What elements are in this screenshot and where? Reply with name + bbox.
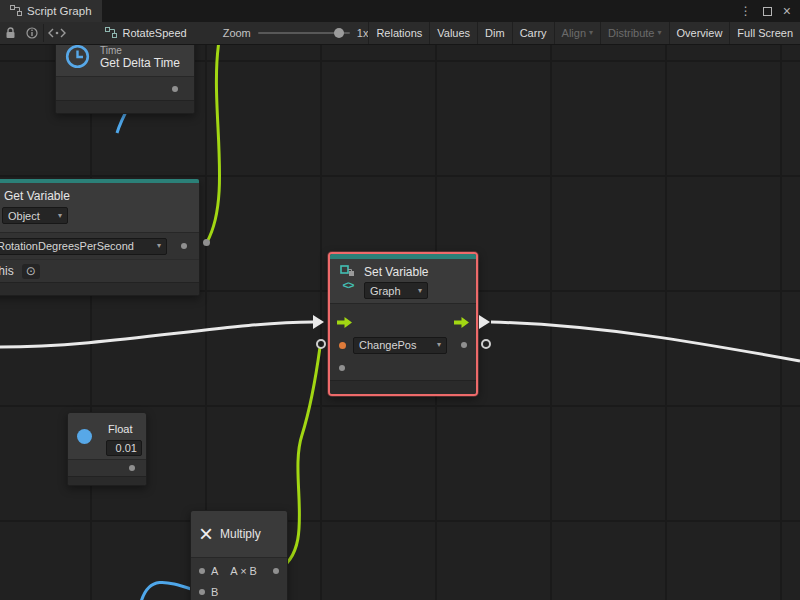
node-title: Multiply	[220, 527, 261, 541]
flow-input-arrow-icon[interactable]	[337, 317, 352, 328]
tab-label: Script Graph	[27, 5, 92, 17]
node-subtitle: Time	[100, 45, 180, 56]
result-label: A × B	[230, 565, 257, 577]
graph-toolbar: RotateSpeed Zoom 1x Relations Values Dim…	[0, 22, 800, 45]
info-icon[interactable]	[21, 22, 42, 44]
node-title: Get Delta Time	[100, 56, 180, 70]
caret-down-icon: ▾	[58, 212, 62, 220]
variable-name-dropdown[interactable]: ChangePos▾	[353, 337, 447, 354]
multiply-icon: ×	[199, 522, 213, 546]
maximize-icon[interactable]	[763, 7, 772, 16]
float-type-icon	[77, 429, 92, 444]
node-header: <> Set Variable Graph▾	[330, 259, 476, 303]
variable-scope-dropdown[interactable]: Graph▾	[364, 282, 428, 299]
zoom-label: Zoom	[223, 27, 251, 39]
value-input-port[interactable]	[339, 342, 346, 349]
dim-button[interactable]: Dim	[477, 22, 512, 44]
target-picker-icon[interactable]: ⊙	[22, 264, 40, 279]
tab-bar: Script Graph ⋮ ×	[0, 0, 800, 22]
node-footer	[330, 380, 476, 394]
variable-name-row: RotationDegreesPerSecond▾	[0, 232, 199, 259]
setvariable-right-outer-port[interactable]	[481, 339, 491, 349]
graph-canvas[interactable]: Time Get Delta Time Get Variable Object▾…	[0, 45, 800, 600]
fullscreen-button[interactable]: Full Screen	[729, 22, 800, 44]
node-footer	[0, 282, 199, 295]
node-header: × Multiply	[191, 511, 287, 557]
close-icon[interactable]: ×	[783, 4, 791, 18]
input-b-port[interactable]	[199, 589, 205, 595]
caret-down-icon: ▾	[437, 341, 441, 349]
node-multiply[interactable]: × Multiply A A × B B	[190, 510, 288, 600]
code-ports-icon[interactable]	[44, 22, 72, 44]
distribute-button: Distribute▾	[600, 22, 668, 44]
values-button[interactable]: Values	[429, 22, 477, 44]
zoom-control: Zoom 1x	[223, 22, 369, 44]
input-b-label: B	[211, 586, 218, 598]
zoom-value: 1x	[357, 27, 369, 39]
input-a-port[interactable]	[199, 568, 205, 574]
window-controls: ⋮ ×	[740, 0, 800, 22]
output-port[interactable]	[172, 86, 178, 92]
node-header: Float 0.01	[68, 413, 146, 459]
wire-green-getvariable	[207, 45, 220, 242]
float-value-field[interactable]: 0.01	[106, 440, 142, 456]
node-ports: ChangePos▾	[330, 303, 476, 380]
setvariable-left-outer-port[interactable]	[316, 339, 326, 349]
node-header: Time Get Delta Time	[56, 45, 194, 76]
node-title: Set Variable	[364, 265, 428, 279]
clock-icon	[64, 45, 91, 70]
extra-input-port[interactable]	[339, 365, 345, 371]
node-footer	[68, 476, 146, 485]
tab-script-graph[interactable]: Script Graph	[0, 0, 102, 22]
output-port[interactable]	[129, 465, 135, 471]
variable-scope-dropdown[interactable]: Object▾	[2, 207, 68, 224]
zoom-slider[interactable]	[258, 32, 350, 34]
graph-asset-icon	[105, 27, 117, 40]
flow-output-arrow-icon[interactable]	[454, 317, 469, 328]
input-a-label: A	[211, 565, 218, 577]
node-footer	[56, 100, 194, 113]
wire-flow-left	[0, 322, 313, 347]
node-float-literal[interactable]: Float 0.01	[67, 412, 147, 486]
wire-flow-right	[491, 322, 800, 361]
graph-name[interactable]: RotateSpeed	[95, 22, 196, 44]
wire-blue-bottom	[141, 582, 194, 600]
relations-button[interactable]: Relations	[368, 22, 429, 44]
set-variable-icon: <>	[336, 264, 360, 300]
value-output-port[interactable]	[461, 342, 467, 348]
kebab-menu-icon[interactable]: ⋮	[740, 4, 752, 18]
node-get-variable[interactable]: Get Variable Object▾ RotationDegreesPerS…	[0, 178, 200, 296]
caret-down-icon: ▾	[658, 29, 662, 37]
caret-down-icon: ▾	[418, 287, 422, 295]
self-label: This	[0, 264, 14, 278]
node-ports	[56, 76, 194, 100]
node-set-variable-selected[interactable]: <> Set Variable Graph▾ Cha	[328, 252, 478, 396]
caret-down-icon: ▾	[589, 29, 593, 37]
graph-name-label: RotateSpeed	[122, 27, 186, 39]
node-get-delta-time[interactable]: Time Get Delta Time	[55, 45, 195, 114]
align-button: Align▾	[554, 22, 600, 44]
flow-exit-triangle-right	[479, 315, 490, 329]
flow-entry-triangle-left	[313, 315, 324, 329]
node-ports	[68, 459, 146, 476]
node-title: Float	[108, 423, 132, 435]
toolbar-buttons: Relations Values Dim Carry Align▾ Distri…	[368, 22, 800, 44]
overview-button[interactable]: Overview	[669, 22, 730, 44]
carry-button[interactable]: Carry	[512, 22, 554, 44]
self-target-row: This ⊙	[0, 259, 199, 282]
zoom-slider-knob[interactable]	[334, 28, 344, 38]
lock-icon[interactable]	[0, 22, 21, 44]
script-graph-icon	[10, 5, 22, 18]
value-output-port[interactable]	[181, 243, 187, 249]
variable-name-dropdown[interactable]: RotationDegreesPerSecond▾	[0, 238, 167, 255]
caret-down-icon: ▾	[157, 242, 161, 250]
node-header: Get Variable Object▾	[0, 183, 199, 232]
code-glyph-icon: <>	[343, 279, 354, 291]
node-title: Get Variable	[4, 189, 191, 203]
node-ports: A A × B B	[191, 557, 287, 600]
getvariable-outer-output-port[interactable]	[203, 239, 210, 246]
result-output-port[interactable]	[273, 568, 279, 574]
